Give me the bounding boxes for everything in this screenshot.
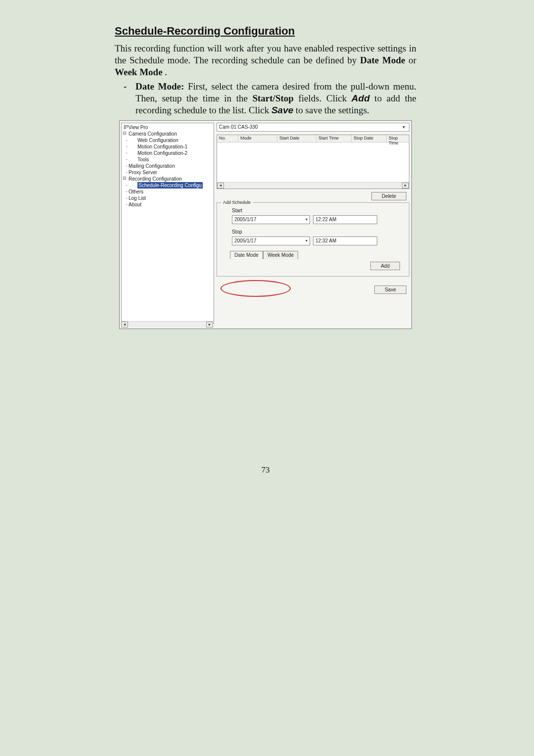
schedule-table: No. Mode Start Date Start Time Stop Date… <box>217 135 409 189</box>
page-number: 73 <box>115 465 416 475</box>
stop-label: Stop <box>232 229 403 235</box>
bullet-t4: to save the settings. <box>296 105 369 115</box>
config-dialog: IPView Pro Camera Configuration Web Conf… <box>119 120 412 329</box>
table-header: No. Mode Start Date Start Time Stop Date… <box>217 135 409 142</box>
tree-tools[interactable]: Tools <box>124 156 214 163</box>
col-no: No. <box>217 135 238 142</box>
tree-motion1[interactable]: Motion Configuration-1 <box>124 143 214 150</box>
stop-time-value: 12:32 AM <box>315 238 336 243</box>
tree-mailing[interactable]: Mailing Configuration <box>124 163 214 169</box>
add-schedule-legend: Add Schedule <box>221 200 253 205</box>
nav-tree[interactable]: IPView Pro Camera Configuration Web Conf… <box>121 123 214 324</box>
bullet-saveword: Save <box>271 105 293 115</box>
start-label: Start <box>232 208 403 213</box>
bullet-datemode: Date Mode: First, select the camera desi… <box>124 81 416 116</box>
tree-schedule-label: Schedule-Recording Configu <box>137 182 203 189</box>
bullet-t2: fields. Click <box>298 93 351 103</box>
tree-web-config[interactable]: Web Configuration <box>124 137 214 143</box>
intro-paragraph: This recording function will work after … <box>115 43 416 78</box>
tree-schedule-recording[interactable]: Schedule-Recording Configu <box>124 182 214 189</box>
chevron-down-icon: ▾ <box>306 238 308 243</box>
delete-button[interactable]: Delete <box>371 192 406 200</box>
scroll-left-icon[interactable]: ◂ <box>217 183 224 189</box>
scroll-right-icon[interactable]: ▸ <box>206 322 213 328</box>
chevron-down-icon: ▾ <box>400 124 407 130</box>
tree-scrollbar[interactable]: ◂ ▸ <box>121 321 213 328</box>
stop-time-input[interactable]: 12:32 AM <box>313 236 377 245</box>
bullet-title: Date Mode: <box>135 81 184 92</box>
camera-select[interactable]: Cam 01 CAS-330 ▾ <box>217 123 409 132</box>
col-mode: Mode <box>238 135 277 142</box>
camera-select-value: Cam 01 CAS-330 <box>219 124 258 130</box>
tree-about[interactable]: About <box>124 201 214 208</box>
tab-week-mode[interactable]: Week Mode <box>263 251 298 259</box>
tree-proxy[interactable]: Proxy Server <box>124 169 214 176</box>
tree-recording-config[interactable]: Recording Configuration <box>124 176 214 182</box>
start-date-value: 2005/1/17 <box>234 217 257 222</box>
bullet-addword: Add <box>352 93 370 103</box>
intro-datemode: Date Mode <box>360 55 405 65</box>
chevron-down-icon: ▾ <box>306 217 308 222</box>
start-time-input[interactable]: 12:22 AM <box>313 215 377 224</box>
tree-motion2[interactable]: Motion Configuration-2 <box>124 150 214 156</box>
table-scrollbar[interactable]: ◂ ▸ <box>217 182 409 189</box>
start-date-input[interactable]: 2005/1/17 ▾ <box>232 215 310 224</box>
tree-root[interactable]: IPView Pro <box>124 124 214 131</box>
intro-or: or <box>408 55 416 65</box>
add-schedule-group: Add Schedule Start 2005/1/17 ▾ 12:22 AM … <box>217 202 409 277</box>
stop-date-value: 2005/1/17 <box>234 238 257 243</box>
tree-others[interactable]: Others <box>124 189 214 195</box>
scroll-right-icon[interactable]: ▸ <box>402 183 409 189</box>
stop-date-input[interactable]: 2005/1/17 ▾ <box>232 236 310 245</box>
col-stoptime: Stop Time <box>387 135 409 142</box>
col-startdate: Start Date <box>277 135 316 142</box>
tree-camera-config[interactable]: Camera Configuration <box>124 131 214 137</box>
intro-weekmode: Week Mode <box>115 67 163 77</box>
start-time-value: 12:22 AM <box>315 217 336 222</box>
add-button[interactable]: Add <box>370 262 400 270</box>
intro-end: . <box>165 67 167 77</box>
scroll-left-icon[interactable]: ◂ <box>121 322 128 328</box>
bullet-startstop: Start/Stop <box>252 93 293 103</box>
section-heading: Schedule-Recording Configuration <box>115 25 416 38</box>
tab-date-mode[interactable]: Date Mode <box>230 251 263 259</box>
col-starttime: Start Time <box>316 135 352 142</box>
tree-loglist[interactable]: Log List <box>124 195 214 201</box>
save-button[interactable]: Save <box>374 285 406 294</box>
col-stopdate: Stop Date <box>352 135 387 142</box>
